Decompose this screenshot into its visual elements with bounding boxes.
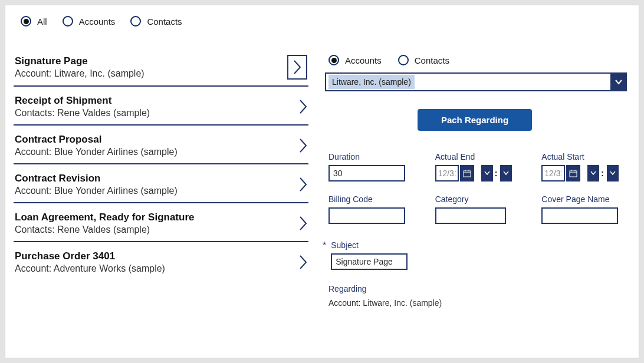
- cover-page-input[interactable]: [541, 207, 618, 224]
- time-separator: :: [494, 169, 498, 178]
- actual-end-date-input[interactable]: [435, 165, 459, 182]
- chevron-down-icon: [615, 79, 623, 85]
- dropdown-toggle-button[interactable]: [610, 72, 627, 91]
- list-item-subtitle: Account: Litware, Inc. (sample): [15, 68, 144, 79]
- svg-rect-0: [464, 171, 471, 177]
- filter-label: Contacts: [147, 16, 182, 27]
- cover-page-field: Cover Page Name: [541, 194, 627, 224]
- list-item[interactable]: Signature Page Account: Litware, Inc. (s…: [14, 47, 308, 87]
- list-item[interactable]: Receipt of Shipment Contacts: Rene Valde…: [14, 87, 308, 126]
- chevron-right-icon: [299, 177, 307, 192]
- category-input[interactable]: [435, 207, 506, 224]
- regarding-label: Regarding: [328, 284, 627, 293]
- actual-start-field: Actual Start :: [541, 152, 627, 182]
- list-item-subtitle: Contacts: Rene Valdes (sample): [15, 225, 194, 235]
- actual-start-date-input[interactable]: [541, 165, 565, 182]
- duration-label: Duration: [328, 152, 414, 161]
- list-item[interactable]: Contract Proposal Account: Blue Yonder A…: [14, 126, 308, 164]
- required-indicator: *: [323, 240, 326, 251]
- filter-all[interactable]: All: [21, 16, 47, 27]
- subject-field: Subject: [331, 240, 408, 270]
- top-filter-radio-group: All Accounts Contacts: [21, 16, 630, 27]
- billing-code-field: Billing Code: [328, 194, 414, 224]
- actual-end-field: Actual End :: [435, 152, 521, 182]
- chevron-right-icon: [299, 255, 307, 270]
- chevron-right-icon: [287, 55, 307, 80]
- duration-field: Duration: [328, 152, 414, 182]
- actual-start-label: Actual Start: [541, 152, 627, 161]
- list-item-title: Contract Proposal: [15, 134, 178, 146]
- list-item-title: Purchase Order 3401: [15, 250, 165, 262]
- filter-label: Accounts: [79, 16, 116, 27]
- subject-label: Subject: [331, 240, 408, 250]
- filter-label: Contacts: [415, 55, 449, 65]
- svg-rect-4: [570, 171, 577, 177]
- radio-icon: [328, 55, 339, 65]
- radio-icon: [398, 55, 409, 65]
- list-item-title: Receipt of Shipment: [15, 95, 150, 107]
- list-item-title: Signature Page: [15, 55, 144, 67]
- radio-icon: [21, 16, 31, 27]
- billing-code-input[interactable]: [328, 207, 405, 224]
- category-label: Category: [435, 194, 521, 204]
- chevron-right-icon: [299, 99, 307, 114]
- regarding-value: Account: Litware, Inc. (sample): [328, 298, 627, 308]
- detail-filter-contacts[interactable]: Contacts: [398, 55, 449, 65]
- detail-filter-radio-group: Accounts Contacts: [328, 55, 627, 65]
- chevron-right-icon: [299, 138, 307, 153]
- list-item-title: Contract Revision: [15, 173, 178, 184]
- calendar-icon[interactable]: [460, 165, 474, 182]
- subject-input[interactable]: [331, 253, 408, 270]
- record-list: Signature Page Account: Litware, Inc. (s…: [14, 47, 308, 308]
- actual-end-label: Actual End: [435, 152, 521, 161]
- billing-code-label: Billing Code: [328, 194, 414, 204]
- detail-panel: Accounts Contacts Litware, Inc. (sample)…: [323, 47, 630, 308]
- list-item[interactable]: Purchase Order 3401 Account: Adventure W…: [14, 242, 308, 280]
- chevron-right-icon: [299, 216, 307, 231]
- detail-filter-accounts[interactable]: Accounts: [328, 55, 382, 65]
- radio-icon: [63, 16, 73, 27]
- list-item-subtitle: Account: Adventure Works (sample): [15, 263, 165, 274]
- list-item[interactable]: Contract Revision Account: Blue Yonder A…: [14, 164, 308, 203]
- list-item[interactable]: Loan Agreement, Ready for Signature Cont…: [14, 203, 308, 242]
- radio-icon: [130, 16, 141, 27]
- filter-contacts[interactable]: Contacts: [130, 16, 182, 27]
- pach-regarding-button[interactable]: Pach Regarding: [418, 109, 532, 131]
- list-item-title: Loan Agreement, Ready for Signature: [15, 212, 194, 223]
- cover-page-label: Cover Page Name: [541, 194, 627, 204]
- hour-dropdown[interactable]: [586, 165, 599, 182]
- hour-dropdown[interactable]: [480, 165, 493, 182]
- regarding-field: Regarding Account: Litware, Inc. (sample…: [328, 284, 627, 308]
- minute-dropdown[interactable]: [499, 165, 512, 182]
- filter-accounts[interactable]: Accounts: [63, 16, 116, 27]
- app-frame: All Accounts Contacts Signature Page Acc…: [5, 5, 639, 358]
- filter-label: Accounts: [345, 55, 382, 65]
- calendar-icon[interactable]: [566, 165, 580, 182]
- list-item-subtitle: Contacts: Rene Valdes (sample): [15, 108, 150, 118]
- minute-dropdown[interactable]: [606, 165, 619, 182]
- lookup-value: Litware, Inc. (sample): [328, 75, 415, 89]
- lookup-dropdown[interactable]: Litware, Inc. (sample): [325, 72, 612, 91]
- duration-input[interactable]: [328, 165, 405, 182]
- list-item-subtitle: Account: Blue Yonder Airlines (sample): [15, 186, 178, 196]
- category-field: Category: [435, 194, 521, 224]
- list-item-subtitle: Account: Blue Yonder Airlines (sample): [15, 147, 178, 157]
- time-separator: :: [600, 169, 604, 178]
- filter-label: All: [37, 16, 47, 27]
